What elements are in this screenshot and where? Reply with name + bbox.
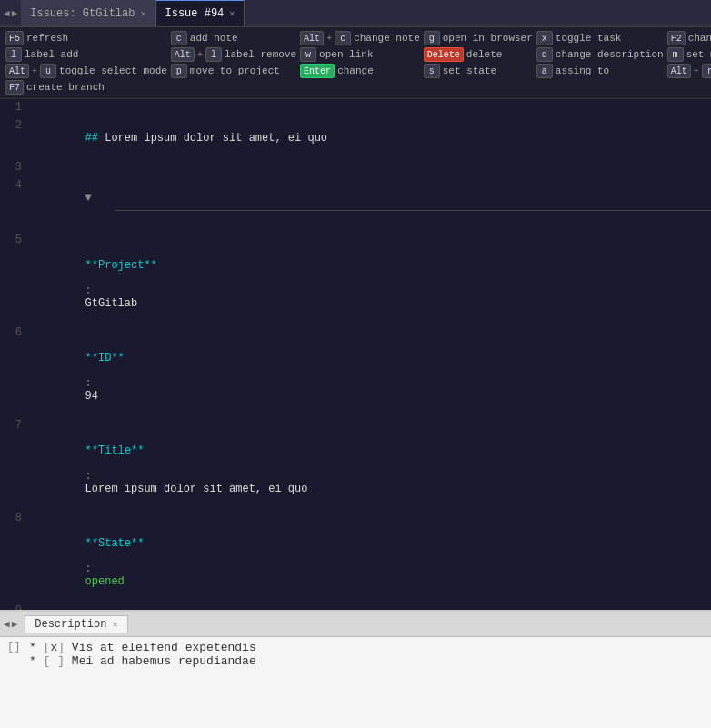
shortcut-change-note: Alt + c change note [300,31,420,45]
field-state-value: opened [85,575,125,588]
kbd-g: g [424,31,440,45]
kbd-u: u [40,64,56,78]
bottom-item-1: * [x] Vis at eleifend expetendis [29,641,704,654]
shortcut-change-title: F2 change title [667,31,711,45]
field-project-value: GtGitlab [85,297,138,310]
bottom-tab-bar: ◀ ▶ Description ✕ [0,612,711,637]
shortcut-change-desc: d change description [536,47,664,62]
field-id-key: **ID** [85,352,125,364]
kbd-enter: Enter [300,64,335,78]
heading-hash: ## [85,132,105,145]
shortcut-assign: a assing to [536,64,664,78]
kbd-f7: F7 [5,80,24,95]
shortcut-refresh-label: refresh [26,33,68,44]
shortcut-label-add: l label add [5,47,167,62]
shortcut-open-link: w open link [300,47,420,62]
bottom-item-1-text: Vis at eleifend expetendis [72,641,256,654]
shortcut-label-remove-label: label remove [225,49,296,60]
field-project-key: **Project** [85,259,157,272]
line-6: 6 **ID** : 94 [0,324,711,417]
shortcut-change-title-label: change title [688,33,711,44]
kbd-r: r [702,64,711,78]
line-7: 7 **Title** : Lorem ipsum dolor sit amet… [0,417,711,510]
bottom-tab-description[interactable]: Description ✕ [25,615,127,633]
tab-issue-94-label: Issue #94 [165,7,225,20]
bottom-nav-right[interactable]: ▶ [12,618,18,630]
shortcut-set-milestone: m set milestone [667,47,711,62]
kbd-x: x [536,31,553,45]
kbd-l2: l [205,47,222,62]
kbd-c2: c [335,31,351,45]
shortcut-open-link-label: open link [319,49,373,60]
bottom-text: * [x] Vis at eleifend expetendis * [ ] M… [29,641,704,668]
shortcut-refresh: F5 refresh [5,31,167,45]
shortcut-move-project: p move to project [171,64,296,78]
kbd-f5: F5 [5,31,24,45]
shortcut-change-desc-label: change description [556,49,664,60]
field-state-key: **State** [85,537,145,550]
tab-issues-gtgitlab-label: Issues: GtGitlab [30,7,135,20]
shortcut-create-branch-label: create branch [26,82,105,93]
bottom-line-indicator: [] [7,641,29,653]
tab-issues-gtgitlab[interactable]: Issues: GtGitlab ✕ [21,0,155,26]
bottom-item-2: * [ ] Mei ad habemus repudiandae [29,654,704,668]
kbd-d: d [536,47,553,62]
shortcut-set-state-label: set state [443,65,496,76]
line-3: 3 [0,159,711,177]
tab-bar: ◀ ▶ Issues: GtGitlab ✕ Issue #94 ✕ [0,0,711,27]
bottom-content: [] * [x] Vis at eleifend expetendis * [ … [0,637,711,728]
kbd-alt-4: Alt [667,64,691,78]
shortcut-change-note-label: change note [354,33,420,44]
shortcut-toggle-select-label: toggle select mode [59,65,167,76]
shortcut-open-browser-label: open in browser [443,33,533,44]
kbd-alt-3: Alt [5,64,29,78]
shortcut-change-enter: Enter change [300,64,420,78]
line-4: 4 ▼ [0,177,711,232]
tab-issue-94[interactable]: Issue #94 ✕ [156,0,245,26]
field-title-key: **Title** [85,444,145,457]
shortcut-add-note: c add note [171,31,296,45]
line-9: 9 **Author** : Primus [0,603,711,610]
shortcut-delete-label: delete [466,49,503,60]
shortcut-add-note-label: add note [190,33,238,44]
shortcut-label-remove: Alt + l label remove [171,47,296,62]
shortcuts-panel: F5 refresh c add note Alt + c change not… [0,27,711,99]
shortcut-set-milestone-label: set milestone [686,49,711,60]
line-1: 1 [0,99,711,117]
kbd-c: c [171,31,187,45]
shortcut-assign-label: assing to [556,65,609,76]
nav-left-icon[interactable]: ◀ [4,7,10,19]
shortcut-set-state: s set state [424,64,533,78]
nav-arrows[interactable]: ◀ ▶ [0,7,21,19]
bottom-nav-left[interactable]: ◀ [4,618,10,630]
shortcut-toggle-select: Alt + u toggle select mode [5,64,167,78]
field-id-value: 94 [85,390,98,403]
shortcut-create-branch: F7 create branch [5,80,167,95]
line-8: 8 **State** : opened [0,510,711,603]
kbd-w: w [300,47,316,62]
kbd-f2: F2 [667,31,686,45]
shortcut-toggle-task: x toggle task [536,31,664,45]
bottom-tab-description-label: Description [35,618,106,631]
bottom-item-2-text: Mei ad habemus repudiandae [72,654,256,668]
shortcut-toggle-system-notes: Alt + r toggle system notes [667,64,711,78]
shortcut-change-enter-label: change [337,65,374,76]
bottom-tab-close[interactable]: ✕ [112,619,117,630]
kbd-a: a [536,64,553,78]
code-area[interactable]: 1 2 ## Lorem ipsum dolor sit amet, ei qu… [0,99,711,610]
kbd-delete: Delete [424,47,464,62]
kbd-l: l [5,47,22,62]
shortcut-delete: Delete delete [424,47,533,62]
line-5: 5 **Project** : GtGitlab [0,232,711,324]
bottom-nav-arrows[interactable]: ◀ ▶ [4,618,17,630]
shortcut-open-browser: g open in browser [424,31,533,45]
kbd-m: m [667,47,684,62]
line-2: 2 ## Lorem ipsum dolor sit amet, ei quo [0,117,711,159]
tab-issue-94-close[interactable]: ✕ [229,8,235,19]
tab-issues-gtgitlab-close[interactable]: ✕ [140,8,145,19]
collapse-icon: ▼ [85,192,92,204]
nav-right-icon[interactable]: ▶ [12,7,18,19]
kbd-alt-1: Alt [300,31,324,45]
shortcut-toggle-task-label: toggle task [556,33,622,44]
kbd-s: s [424,64,440,78]
